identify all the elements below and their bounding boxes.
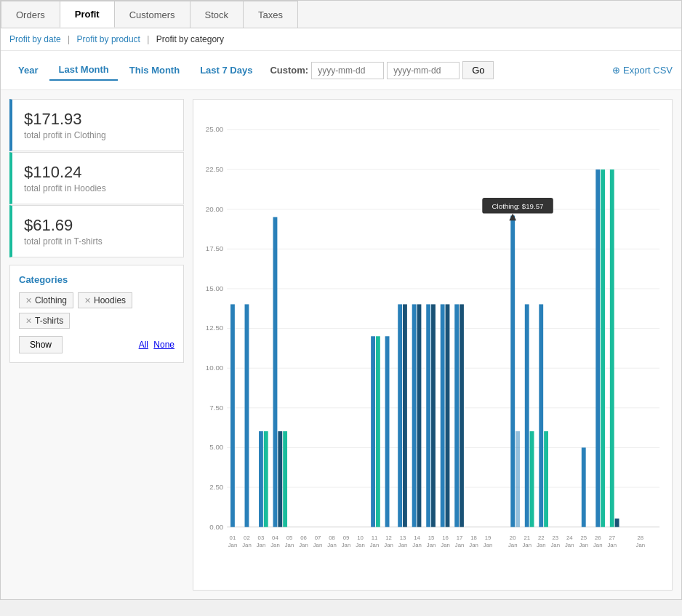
svg-text:Jan: Jan — [270, 542, 280, 548]
svg-text:Jan: Jan — [593, 542, 603, 548]
stat-label-tshirts: total profit in T-shirts — [24, 236, 172, 247]
svg-text:16: 16 — [442, 535, 449, 541]
svg-text:06: 06 — [300, 535, 307, 541]
svg-rect-52 — [615, 519, 619, 527]
svg-rect-27 — [278, 431, 282, 527]
categories-panel: Categories ✕ Clothing ✕ Hoodies ✕ T-shir… — [9, 265, 184, 363]
svg-text:03: 03 — [258, 535, 265, 541]
svg-text:14: 14 — [414, 535, 420, 541]
filter-this-month[interactable]: This Month — [121, 60, 188, 80]
svg-text:Jan: Jan — [327, 542, 337, 548]
svg-rect-35 — [417, 304, 422, 527]
svg-text:09: 09 — [343, 535, 350, 541]
category-tag-hoodies-label: Hoodies — [94, 295, 126, 305]
category-tag-hoodies[interactable]: ✕ Hoodies — [78, 292, 132, 308]
svg-rect-32 — [398, 304, 402, 527]
svg-text:2.50: 2.50 — [209, 483, 224, 491]
filter-last-month[interactable]: Last Month — [49, 60, 117, 81]
stat-amount-tshirts: $61.69 — [24, 216, 172, 235]
svg-text:25.00: 25.00 — [206, 125, 224, 133]
tab-customers[interactable]: Customers — [114, 1, 190, 28]
svg-text:11: 11 — [372, 535, 378, 541]
stat-label-hoodies: total profit in Hoodies — [24, 183, 172, 193]
filter-year[interactable]: Year — [9, 60, 47, 80]
stat-card-hoodies: $110.24 total profit in Hoodies — [9, 152, 184, 204]
svg-rect-23 — [245, 304, 249, 527]
breadcrumb-link-1[interactable]: Profit by date — [9, 34, 61, 44]
svg-rect-41 — [460, 304, 464, 527]
custom-date-end[interactable] — [387, 62, 460, 79]
svg-rect-22 — [230, 304, 235, 527]
export-csv-label: Export CSV — [623, 65, 673, 76]
svg-rect-37 — [431, 304, 436, 527]
svg-text:Jan: Jan — [313, 542, 323, 548]
svg-text:Jan: Jan — [441, 542, 450, 548]
chart-area: 25.00 22.50 20.00 17.50 15.00 12.50 10.0… — [193, 99, 673, 591]
remove-tshirts-icon: ✕ — [25, 316, 32, 326]
svg-text:02: 02 — [244, 535, 250, 541]
svg-text:7.50: 7.50 — [209, 404, 224, 412]
svg-text:Jan: Jan — [228, 542, 238, 548]
all-none-links: All None — [139, 340, 174, 350]
go-button[interactable]: Go — [462, 61, 494, 79]
svg-text:12: 12 — [385, 535, 392, 541]
tab-taxes[interactable]: Taxes — [243, 1, 298, 28]
svg-text:12.50: 12.50 — [206, 324, 224, 332]
svg-text:08: 08 — [329, 535, 335, 541]
category-tag-clothing[interactable]: ✕ Clothing — [19, 292, 73, 308]
svg-text:22.50: 22.50 — [206, 165, 224, 173]
svg-text:22: 22 — [538, 535, 545, 541]
svg-text:05: 05 — [286, 535, 293, 541]
svg-rect-38 — [441, 304, 445, 527]
stat-label-clothing: total profit in Clothing — [24, 130, 172, 140]
svg-rect-40 — [454, 304, 459, 527]
svg-rect-51 — [610, 169, 614, 527]
svg-text:26: 26 — [595, 535, 601, 541]
svg-text:27: 27 — [609, 535, 615, 541]
svg-text:Jan: Jan — [508, 542, 518, 548]
download-icon: ⊕ — [612, 65, 620, 76]
export-csv-button[interactable]: ⊕ Export CSV — [612, 65, 673, 76]
tab-stock[interactable]: Stock — [190, 1, 244, 28]
top-tabs: Orders Profit Customers Stock Taxes — [1, 1, 681, 28]
all-link[interactable]: All — [139, 340, 148, 350]
svg-text:0.00: 0.00 — [209, 523, 224, 531]
svg-text:18: 18 — [470, 535, 477, 541]
svg-text:15.00: 15.00 — [206, 284, 224, 292]
svg-text:Jan: Jan — [522, 542, 531, 548]
svg-text:Jan: Jan — [384, 542, 393, 548]
show-button[interactable]: Show — [19, 336, 63, 353]
svg-rect-31 — [385, 336, 390, 527]
stat-amount-clothing: $171.93 — [24, 110, 172, 129]
svg-text:Jan: Jan — [285, 542, 294, 548]
svg-rect-33 — [403, 304, 407, 527]
svg-text:Jan: Jan — [342, 542, 351, 548]
svg-text:Jan: Jan — [565, 542, 574, 548]
custom-label: Custom: — [270, 65, 308, 76]
categories-footer: Show All None — [19, 336, 174, 353]
breadcrumb-link-2[interactable]: Profit by product — [77, 34, 140, 44]
svg-text:Jan: Jan — [607, 542, 617, 548]
svg-text:Jan: Jan — [427, 542, 436, 548]
svg-rect-43 — [515, 431, 520, 527]
filter-last-7-days[interactable]: Last 7 Days — [191, 60, 261, 80]
category-tag-tshirts-label: T-shirts — [35, 316, 63, 326]
tab-profit[interactable]: Profit — [60, 1, 115, 28]
custom-date-start[interactable] — [311, 62, 384, 79]
svg-text:Jan: Jan — [257, 542, 266, 548]
category-tags: ✕ Clothing ✕ Hoodies ✕ T-shirts — [19, 292, 174, 329]
category-tag-tshirts[interactable]: ✕ T-shirts — [19, 313, 70, 329]
svg-rect-34 — [412, 304, 417, 527]
svg-text:Jan: Jan — [469, 542, 478, 548]
svg-text:5.00: 5.00 — [209, 443, 224, 451]
svg-text:25: 25 — [580, 535, 587, 541]
tab-orders[interactable]: Orders — [1, 1, 60, 28]
svg-text:28: 28 — [637, 535, 643, 541]
svg-rect-36 — [426, 304, 430, 527]
svg-text:10: 10 — [357, 535, 364, 541]
svg-text:Jan: Jan — [299, 542, 308, 548]
svg-text:20.00: 20.00 — [206, 205, 224, 213]
svg-rect-24 — [259, 431, 263, 527]
none-link[interactable]: None — [153, 340, 174, 350]
svg-text:17.50: 17.50 — [206, 244, 224, 252]
